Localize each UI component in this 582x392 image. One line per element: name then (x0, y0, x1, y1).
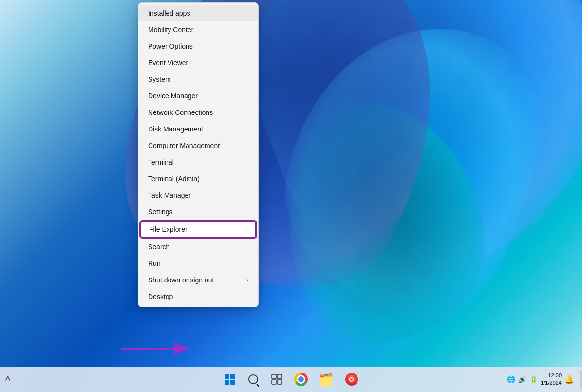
menu-item-file-explorer[interactable]: File Explorer (140, 221, 256, 238)
svg-rect-5 (277, 380, 282, 384)
taskbar-search-button[interactable] (244, 370, 263, 389)
show-hidden-icons-button[interactable] (5, 374, 11, 384)
menu-item-computer-management[interactable]: Computer Management (138, 137, 258, 154)
taskbar-system-tray: 🌐 🔊 🔋 12:00 1/1/2024 🔔 (507, 372, 574, 387)
taskbar-file-explorer-button[interactable]: 🗂️ (316, 370, 337, 389)
context-menu: Installed apps Mobility Center Power Opt… (138, 2, 259, 307)
search-icon (248, 374, 258, 384)
menu-item-task-manager[interactable]: Task Manager (138, 187, 258, 204)
arrow-svg (117, 336, 195, 361)
folder-icon: 🗂️ (319, 373, 334, 386)
menu-item-device-manager[interactable]: Device Manager (138, 88, 258, 104)
menu-item-system[interactable]: System (138, 71, 258, 88)
menu-item-search[interactable]: Search (138, 239, 258, 255)
desktop: Installed apps Mobility Center Power Opt… (0, 0, 582, 392)
taskbar: 🗂️ O 🌐 🔊 🔋 12:00 1/1/2024 🔔 (0, 367, 582, 392)
chrome-icon (294, 373, 308, 386)
taskbar-taskview-button[interactable] (267, 370, 286, 389)
menu-item-desktop[interactable]: Desktop (138, 288, 258, 305)
svg-rect-3 (277, 374, 282, 379)
taskbar-center: 🗂️ O (220, 370, 362, 389)
svg-rect-2 (272, 374, 276, 379)
menu-item-mobility-center[interactable]: Mobility Center (138, 21, 258, 38)
taskbar-opera-button[interactable]: O (341, 370, 362, 389)
taskbar-chrome-button[interactable] (290, 370, 312, 389)
menu-item-settings[interactable]: Settings (138, 204, 258, 220)
menu-item-shut-down[interactable]: Shut down or sign out › (138, 272, 258, 288)
battery-icon: 🔋 (529, 375, 538, 383)
menu-item-terminal-admin[interactable]: Terminal (Admin) (138, 170, 258, 187)
svg-rect-4 (272, 380, 276, 384)
volume-icon: 🔊 (518, 375, 526, 383)
arrow-annotation (117, 336, 195, 363)
menu-item-event-viewer[interactable]: Event Viewer (138, 55, 258, 71)
chevron-right-icon: › (246, 277, 248, 283)
chevron-up-icon (5, 374, 11, 382)
start-button[interactable] (220, 370, 240, 389)
taskbar-clock[interactable]: 12:00 1/1/2024 (541, 372, 562, 387)
menu-item-terminal[interactable]: Terminal (138, 154, 258, 170)
windows-logo-icon (225, 374, 235, 385)
task-view-icon (271, 374, 282, 385)
show-desktop-button[interactable] (580, 370, 582, 389)
menu-item-installed-apps[interactable]: Installed apps (138, 5, 258, 21)
notification-icon[interactable]: 🔔 (564, 375, 574, 384)
menu-item-power-options[interactable]: Power Options (138, 38, 258, 55)
menu-item-disk-management[interactable]: Disk Management (138, 121, 258, 137)
menu-item-network-connections[interactable]: Network Connections (138, 104, 258, 121)
opera-icon: O (345, 373, 358, 386)
menu-item-run[interactable]: Run (138, 255, 258, 272)
network-icon: 🌐 (507, 375, 515, 383)
